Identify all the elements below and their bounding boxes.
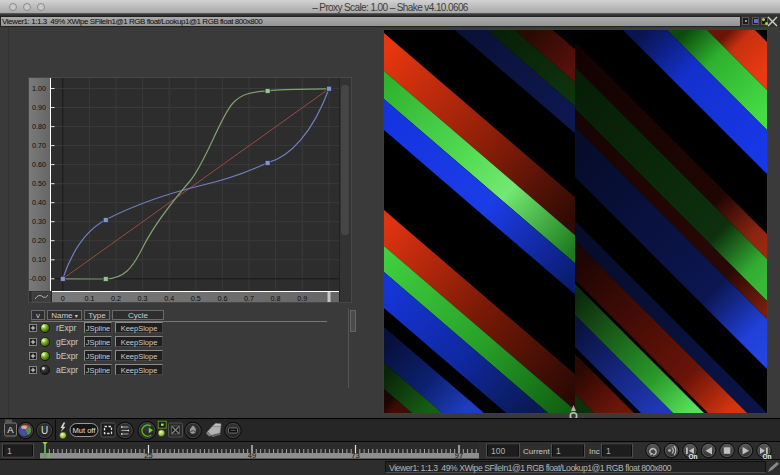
svg-text:Mut off: Mut off bbox=[73, 426, 97, 435]
svg-text:bExpr: bExpr bbox=[56, 351, 78, 361]
svg-text:U: U bbox=[41, 425, 48, 436]
svg-text:aExpr: aExpr bbox=[56, 365, 78, 375]
svg-text:gExpr: gExpr bbox=[56, 337, 78, 347]
svg-text:Inc: Inc bbox=[589, 447, 600, 456]
svg-text:49: 49 bbox=[248, 451, 256, 459]
svg-text:73: 73 bbox=[351, 451, 359, 459]
svg-text:1: 1 bbox=[556, 446, 561, 456]
svg-text:rExpr: rExpr bbox=[56, 323, 76, 333]
svg-text:25: 25 bbox=[144, 451, 152, 459]
svg-text:1: 1 bbox=[47, 451, 51, 459]
svg-text:Current: Current bbox=[523, 447, 550, 456]
svg-text:97: 97 bbox=[455, 451, 463, 459]
svg-text:1: 1 bbox=[7, 446, 12, 456]
svg-text:A: A bbox=[7, 424, 14, 435]
svg-text:100: 100 bbox=[491, 446, 505, 456]
svg-text:1: 1 bbox=[606, 446, 611, 456]
